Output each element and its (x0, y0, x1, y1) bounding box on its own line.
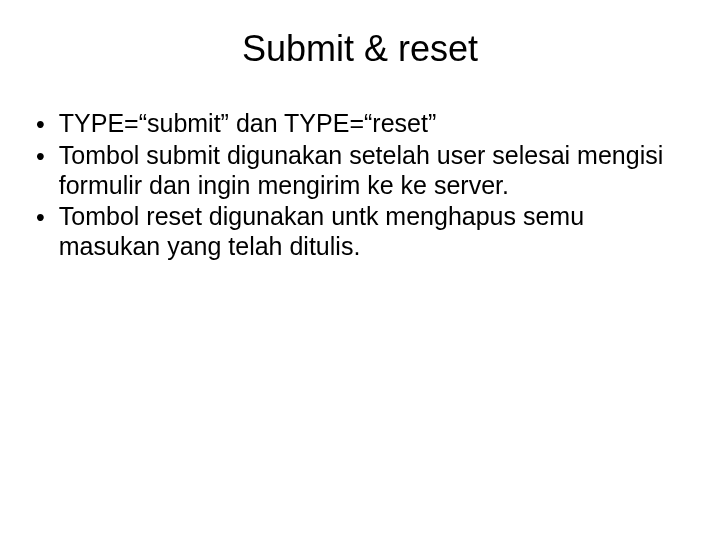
bullet-icon: • (36, 109, 45, 140)
bullet-list: • TYPE=“submit” dan TYPE=“reset” • Tombo… (34, 108, 686, 262)
bullet-icon: • (36, 141, 45, 172)
bullet-text: Tombol submit digunakan setelah user sel… (59, 140, 686, 201)
bullet-text: TYPE=“submit” dan TYPE=“reset” (59, 108, 686, 139)
slide: Submit & reset • TYPE=“submit” dan TYPE=… (0, 0, 720, 540)
bullet-icon: • (36, 202, 45, 233)
list-item: • Tombol submit digunakan setelah user s… (34, 140, 686, 201)
bullet-text: Tombol reset digunakan untk menghapus se… (59, 201, 686, 262)
slide-title: Submit & reset (34, 28, 686, 70)
list-item: • TYPE=“submit” dan TYPE=“reset” (34, 108, 686, 140)
list-item: • Tombol reset digunakan untk menghapus … (34, 201, 686, 262)
